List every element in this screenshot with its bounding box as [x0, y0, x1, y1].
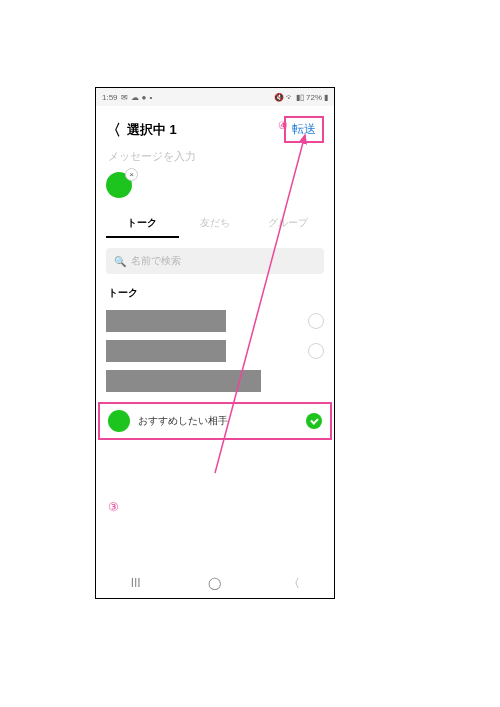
header-title: 選択中 1	[127, 121, 177, 139]
list-item[interactable]	[106, 366, 324, 396]
status-bar: 1:59 ✉ ☁ ● • 🔇 ᯤ ▮▯ 72% ▮	[96, 88, 334, 106]
selected-avatars: ×	[96, 170, 334, 210]
nav-back[interactable]: 〈	[274, 575, 314, 592]
message-input[interactable]: メッセージを入力	[96, 149, 334, 170]
tab-groups[interactable]: グループ	[251, 216, 324, 238]
list-item[interactable]	[106, 306, 324, 336]
redacted-name	[106, 370, 261, 392]
forward-button[interactable]: 転送	[284, 116, 324, 143]
header: 〈 選択中 1 ④ 転送	[96, 106, 334, 149]
tab-friends[interactable]: 友だち	[179, 216, 252, 238]
cloud-icon: ☁	[131, 93, 139, 102]
back-button[interactable]: 〈	[106, 122, 121, 137]
dots-icon: •	[149, 93, 152, 102]
status-right: 🔇 ᯤ ▮▯ 72% ▮	[274, 93, 328, 102]
signal-icon: ▮▯	[296, 93, 304, 102]
search-input[interactable]: 🔍 名前で検索	[106, 248, 324, 274]
tab-talk[interactable]: トーク	[106, 216, 179, 238]
select-radio[interactable]	[308, 313, 324, 329]
select-radio[interactable]	[308, 343, 324, 359]
android-navbar: III ◯ 〈	[96, 568, 334, 598]
step-4-label: ④	[278, 119, 288, 132]
nav-home[interactable]: ◯	[195, 576, 235, 590]
nav-recents[interactable]: III	[116, 576, 156, 590]
redacted-name	[106, 340, 226, 362]
selected-contact-row[interactable]: おすすめしたい相手	[98, 402, 332, 440]
status-left: 1:59 ✉ ☁ ● •	[102, 93, 152, 102]
search-icon: 🔍	[114, 256, 126, 267]
phone-frame: 1:59 ✉ ☁ ● • 🔇 ᯤ ▮▯ 72% ▮ 〈 選択中 1 ④ 転送 メ…	[95, 87, 335, 599]
battery-text: 72%	[306, 93, 322, 102]
list-item[interactable]	[106, 336, 324, 366]
contact-label: おすすめしたい相手	[138, 414, 298, 428]
selected-avatar[interactable]: ×	[106, 172, 132, 198]
tabs: トーク 友だち グループ	[96, 210, 334, 238]
contact-avatar	[108, 410, 130, 432]
checked-icon[interactable]	[306, 413, 322, 429]
redacted-name	[106, 310, 226, 332]
chat-icon: ●	[142, 93, 147, 102]
step-3-label: ③	[108, 500, 119, 514]
status-time: 1:59	[102, 93, 118, 102]
talk-list	[96, 306, 334, 396]
msg-icon: ✉	[121, 93, 128, 102]
remove-avatar-icon[interactable]: ×	[125, 168, 138, 181]
search-placeholder: 名前で検索	[131, 254, 181, 268]
section-title-talk: トーク	[96, 282, 334, 306]
mute-icon: 🔇	[274, 93, 284, 102]
wifi-icon: ᯤ	[286, 93, 294, 102]
battery-icon: ▮	[324, 93, 328, 102]
